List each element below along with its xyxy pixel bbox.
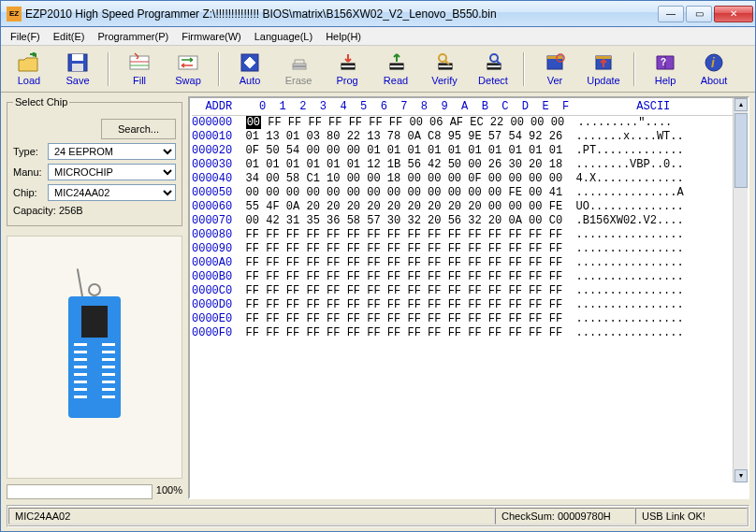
svg-rect-23 bbox=[547, 56, 562, 59]
svg-rect-19 bbox=[487, 65, 501, 67]
select-chip-legend: Select Chip bbox=[13, 96, 69, 108]
svg-rect-13 bbox=[390, 65, 403, 67]
svg-rect-26 bbox=[596, 56, 611, 59]
titlebar: EZ EZP2010 High Speed Programmer Z:\!!!!… bbox=[1, 1, 755, 27]
scroll-up-icon[interactable]: ▴ bbox=[734, 98, 748, 111]
capacity-label: Capacity: 256B bbox=[13, 205, 83, 216]
svg-rect-3 bbox=[130, 56, 149, 69]
hex-editor[interactable]: ADDR 0 1 2 3 4 5 6 7 8 9 A B C D E F ASC… bbox=[188, 96, 749, 499]
close-button[interactable]: ✕ bbox=[714, 6, 753, 22]
select-chip-group: Select Chip Search... Type:24 EEPROM Man… bbox=[7, 96, 182, 226]
svg-rect-11 bbox=[342, 65, 355, 67]
status-checksum: CheckSum: 00009780H bbox=[495, 508, 635, 525]
status-usb: USB Link OK! bbox=[635, 508, 748, 525]
svg-rect-9 bbox=[293, 65, 306, 67]
detect-button[interactable]: Detect bbox=[472, 51, 514, 86]
progress-bar bbox=[7, 484, 153, 499]
menu-firmware[interactable]: Firmware(W) bbox=[176, 29, 247, 44]
auto-button[interactable]: Auto bbox=[229, 51, 270, 86]
statusbar: MIC24AA02 CheckSum: 00009780H USB Link O… bbox=[7, 505, 749, 527]
fill-button[interactable]: Fill bbox=[119, 51, 160, 86]
menu-help[interactable]: Help(H) bbox=[320, 29, 367, 44]
menu-file[interactable]: File(F) bbox=[5, 29, 46, 44]
svg-text:?: ? bbox=[661, 57, 666, 67]
erase-button[interactable]: Erase bbox=[278, 51, 319, 86]
type-label: Type: bbox=[13, 146, 45, 157]
menubar: File(F) Edit(E) Programmer(P) Firmware(W… bbox=[1, 27, 755, 46]
svg-rect-15 bbox=[439, 65, 452, 67]
scrollbar-vertical[interactable]: ▴ ▾ bbox=[733, 98, 748, 482]
load-button[interactable]: Load bbox=[8, 51, 50, 86]
svg-rect-6 bbox=[179, 56, 197, 69]
swap-button[interactable]: Swap bbox=[167, 51, 209, 86]
chip-label: Chip: bbox=[13, 187, 45, 198]
prog-button[interactable]: Prog bbox=[327, 51, 368, 86]
read-button[interactable]: Read bbox=[375, 51, 416, 86]
help-button[interactable]: ?Help bbox=[645, 51, 686, 86]
svg-point-20 bbox=[490, 54, 498, 62]
svg-rect-2 bbox=[72, 64, 83, 71]
window-title: EZP2010 High Speed Programmer Z:\!!!!!!!… bbox=[25, 7, 658, 21]
chip-select[interactable]: MIC24AA02 bbox=[48, 184, 176, 201]
svg-rect-1 bbox=[72, 54, 83, 61]
svg-point-16 bbox=[439, 54, 446, 62]
manu-label: Manu: bbox=[13, 166, 45, 178]
search-button[interactable]: Search... bbox=[101, 119, 176, 139]
maximize-button[interactable]: ▭ bbox=[686, 6, 712, 22]
chip-image bbox=[7, 236, 182, 479]
toolbar: Load Save Fill Swap Auto Erase Prog Read… bbox=[1, 46, 755, 93]
minimize-button[interactable]: — bbox=[658, 6, 684, 22]
menu-programmer[interactable]: Programmer(P) bbox=[92, 29, 174, 44]
manu-select[interactable]: MICROCHIP bbox=[48, 164, 176, 180]
ver-button[interactable]: Ver bbox=[534, 51, 575, 86]
save-button[interactable]: Save bbox=[57, 51, 98, 86]
about-button[interactable]: iAbout bbox=[693, 51, 734, 86]
verify-button[interactable]: Verify bbox=[424, 51, 465, 86]
menu-edit[interactable]: Edit(E) bbox=[48, 29, 91, 44]
scroll-thumb[interactable] bbox=[734, 113, 748, 188]
type-select[interactable]: 24 EEPROM bbox=[48, 143, 176, 160]
scroll-down-icon[interactable]: ▾ bbox=[734, 469, 748, 482]
progress-text: 100% bbox=[156, 484, 182, 496]
menu-language[interactable]: Language(L) bbox=[249, 29, 318, 44]
update-button[interactable]: Update bbox=[583, 51, 624, 86]
status-chip: MIC24AA02 bbox=[8, 508, 495, 525]
app-icon: EZ bbox=[7, 7, 22, 22]
